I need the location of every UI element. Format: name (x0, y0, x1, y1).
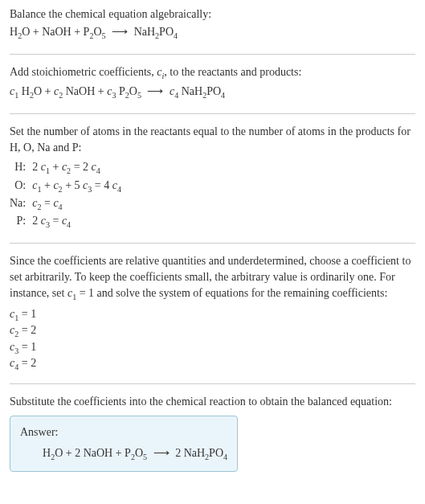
atom-expr: c1 + c2 + 5 c3 = 4 c4 (32, 178, 121, 195)
section-stoichiometric: Add stoichiometric coefficients, ci, to … (10, 64, 415, 102)
divider (10, 54, 415, 55)
problem-intro: Balance the chemical equation algebraica… (10, 6, 415, 23)
stoich-equation: c1 H2O + c2 NaOH + c3 P2O5 ⟶ c4 NaH2PO4 (10, 84, 415, 101)
coef-value: c3 = 1 (10, 340, 415, 356)
section-solve: Since the coefficients are relative quan… (10, 253, 415, 373)
atom-expr: c2 = c4 (32, 195, 121, 213)
atom-label: O: (10, 178, 32, 195)
answer-intro: Substitute the coefficients into the che… (10, 394, 415, 410)
coef-value: c2 = 2 (10, 323, 415, 339)
coefficients-list: c1 = 1 c2 = 2 c3 = 1 c4 = 2 (10, 307, 415, 373)
answer-box: Answer: H2O + 2 NaOH + P2O5 ⟶ 2 NaH2PO4 (10, 416, 238, 473)
answer-label: Answer: (20, 424, 227, 440)
answer-equation: H2O + 2 NaOH + P2O5 ⟶ 2 NaH2PO4 (20, 445, 227, 463)
table-row: H: 2 c1 + c2 = 2 c4 (10, 159, 121, 177)
atom-label: Na: (10, 195, 32, 213)
atom-expr: 2 c1 + c2 = 2 c4 (32, 159, 121, 177)
atom-expr: 2 c3 = c4 (32, 213, 121, 231)
table-row: O: c1 + c2 + 5 c3 = 4 c4 (10, 178, 121, 195)
divider (10, 243, 415, 244)
table-row: Na: c2 = c4 (10, 195, 121, 213)
problem-equation: H2O + NaOH + P2O5 ⟶ NaH2PO4 (10, 24, 415, 42)
coef-value: c4 = 2 (10, 356, 415, 372)
atom-label: P: (10, 213, 32, 231)
section-answer: Substitute the coefficients into the che… (10, 394, 415, 472)
atom-balance-table: H: 2 c1 + c2 = 2 c4 O: c1 + c2 + 5 c3 = … (10, 159, 121, 232)
solve-intro: Since the coefficients are relative quan… (10, 253, 415, 304)
divider (10, 113, 415, 114)
atom-balance-intro: Set the number of atoms in the reactants… (10, 124, 415, 157)
table-row: P: 2 c3 = c4 (10, 213, 121, 231)
section-problem: Balance the chemical equation algebraica… (10, 6, 415, 43)
divider (10, 383, 415, 384)
section-atom-balance: Set the number of atoms in the reactants… (10, 124, 415, 232)
coef-value: c1 = 1 (10, 307, 415, 323)
atom-label: H: (10, 159, 32, 177)
stoich-intro: Add stoichiometric coefficients, ci, to … (10, 64, 415, 82)
